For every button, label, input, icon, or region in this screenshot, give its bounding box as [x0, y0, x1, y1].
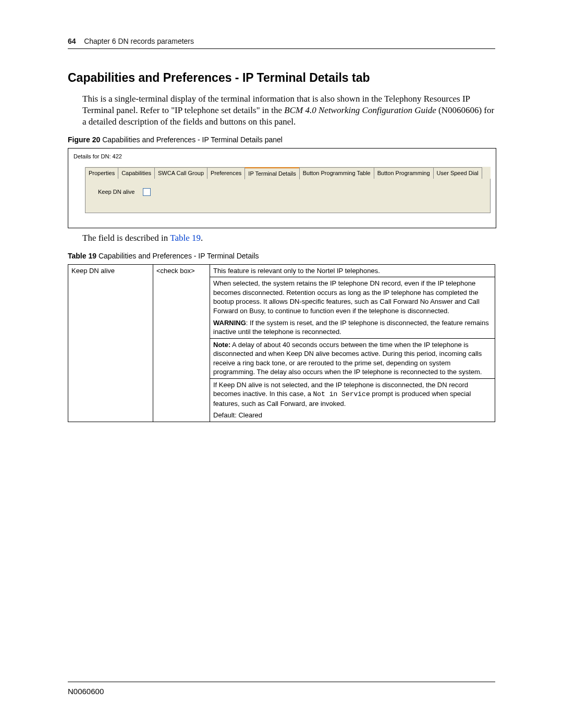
- intro-paragraph: This is a single-terminal display of the…: [82, 93, 495, 128]
- figure-caption: Figure 20 Capabilities and Preferences -…: [68, 135, 495, 145]
- figure-panel: Details for DN: 422 Properties Capabilit…: [68, 148, 496, 228]
- tab-capabilities[interactable]: Capabilities: [118, 167, 155, 179]
- tab-button-programming[interactable]: Button Programming: [374, 167, 434, 179]
- table-row: Keep DN alive <check box> This feature i…: [68, 264, 495, 277]
- tab-ip-terminal-details[interactable]: IP Terminal Details: [244, 167, 299, 179]
- cited-document-title: BCM 4.0 Networking Configuration Guide: [284, 105, 436, 115]
- section-heading: Capabilities and Preferences - IP Termin…: [68, 70, 495, 86]
- feature-desc-cell-3: Note: A delay of about 40 seconds occurs…: [210, 338, 495, 378]
- tab-button-programming-table[interactable]: Button Programming Table: [299, 167, 374, 179]
- feature-desc-cell-1: This feature is relevant only to the Nor…: [210, 264, 495, 277]
- chapter-title: Chapter 6 DN records parameters: [84, 37, 194, 45]
- feature-table: Keep DN alive <check box> This feature i…: [68, 264, 495, 422]
- keep-dn-alive-checkbox[interactable]: [143, 188, 151, 196]
- feature-name-cell: Keep DN alive: [68, 264, 153, 422]
- tab-user-speed-dial[interactable]: User Speed Dial: [433, 167, 482, 179]
- post-figure-paragraph: The field is described in Table 19.: [82, 232, 495, 244]
- tab-body: Keep DN alive: [85, 179, 491, 213]
- feature-desc-cell-2: When selected, the system retains the IP…: [210, 277, 495, 338]
- footer-docnum: N0060600: [68, 682, 495, 697]
- feature-type-cell: <check box>: [153, 264, 210, 422]
- keep-dn-alive-label: Keep DN alive: [98, 188, 134, 196]
- running-header: 64 Chapter 6 DN records parameters: [68, 36, 495, 49]
- table-caption: Table 19 Capabilities and Preferences - …: [68, 251, 495, 261]
- tab-properties[interactable]: Properties: [85, 167, 118, 179]
- tab-strip: Properties Capabilities SWCA Call Group …: [85, 167, 491, 179]
- feature-desc-cell-4: If Keep DN alive is not selected, and th…: [210, 378, 495, 422]
- table-19-link[interactable]: Table 19: [170, 233, 201, 243]
- panel-title: Details for DN: 422: [74, 153, 491, 164]
- page-number: 64: [68, 37, 76, 45]
- tab-swca-call-group[interactable]: SWCA Call Group: [154, 167, 207, 179]
- tab-preferences[interactable]: Preferences: [207, 167, 245, 179]
